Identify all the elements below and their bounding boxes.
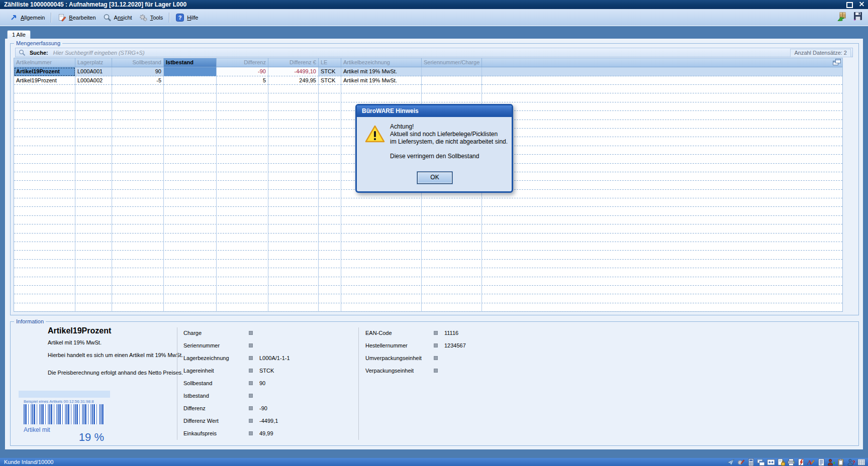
column-header-differenz[interactable]: Differenz — [217, 58, 268, 67]
empty-row — [14, 260, 842, 268]
menu-tools[interactable]: Tools — [136, 12, 167, 23]
info-field-label: Lagerbezeichnung — [183, 355, 249, 361]
record-count: Anzahl Datensätze: 2 — [790, 49, 851, 57]
empty-row — [14, 224, 842, 233]
send-icon[interactable] — [727, 458, 735, 466]
menu-allgemein[interactable]: Allgemein — [6, 12, 48, 23]
cell-seriennummer_charge[interactable] — [422, 76, 482, 85]
bullet-icon — [249, 406, 253, 410]
info-field: LagereinheitSTCK — [183, 364, 290, 377]
menu-separator — [169, 13, 170, 23]
resize-icon[interactable] — [767, 458, 775, 466]
search-input[interactable]: Hier Suchbegriff eingeben (STRG+S) — [53, 50, 145, 56]
dialog-body: Achtung!Aktuell sind noch Lieferbelege/P… — [357, 117, 512, 191]
info-field: Einkaufspreis49,99 — [183, 427, 290, 439]
column-header-le[interactable]: LE — [319, 58, 341, 67]
info-field-value: 11116 — [444, 330, 458, 336]
info-field: Charge — [183, 326, 290, 339]
info-field: Verpackungseinheit — [365, 364, 466, 377]
ok-button[interactable]: OK — [417, 172, 452, 184]
info-field: Differenz Wert-4499,1 — [183, 414, 290, 427]
search-bar[interactable]: Suche: Hier Suchbegriff eingeben (STRG+S… — [15, 48, 853, 57]
calculator-icon[interactable] — [747, 458, 755, 466]
cell-le[interactable]: STCK — [319, 76, 341, 85]
cell-lagerplatz[interactable]: L000A002 — [75, 76, 112, 85]
column-options-icon[interactable] — [833, 59, 841, 66]
restore-button[interactable] — [846, 2, 853, 8]
svg-text:?: ? — [852, 459, 855, 465]
column-header-differenz_euro[interactable]: Differenz € — [268, 58, 319, 67]
print-icon[interactable] — [787, 458, 795, 466]
table-row[interactable]: Artikel19ProzentL000A00190-90-4499,10STC… — [14, 67, 842, 76]
info-field-value: -90 — [259, 405, 267, 411]
search-label: Suche: — [30, 50, 48, 56]
cell-istbestand[interactable] — [164, 67, 217, 76]
info-field: Hestellernummer1234567 — [365, 339, 466, 352]
dialog-message-line: im Liefersystem, die nicht abgearbeitet … — [390, 138, 508, 146]
cell-differenz_euro[interactable]: -4499,10 — [268, 67, 319, 76]
menu-label: Allgemein — [21, 15, 45, 21]
cell-le[interactable]: STCK — [319, 67, 341, 76]
hilfe-icon: ? — [176, 14, 184, 22]
menu-bearbeiten[interactable]: Bearbeiten — [54, 12, 99, 23]
cell-istbestand[interactable] — [164, 76, 217, 85]
save-icon[interactable] — [853, 11, 863, 21]
list-icon[interactable] — [817, 458, 825, 466]
bullet-icon — [434, 369, 438, 373]
cell-artikelnummer[interactable]: Artikel19Prozent — [14, 76, 75, 85]
info-field-value: -4499,1 — [259, 418, 278, 424]
cell-differenz[interactable]: -90 — [217, 67, 268, 76]
column-gridline — [341, 85, 341, 312]
user-sync-icon[interactable] — [827, 458, 835, 466]
empty-row — [14, 198, 842, 207]
clipboard-user-icon[interactable] — [837, 458, 845, 466]
column-header-istbestand[interactable]: Istbestand — [164, 58, 217, 67]
column-gridline — [268, 85, 268, 312]
menu-bar: AllgemeinBearbeitenAnsichtTools?Hilfe — [0, 9, 868, 26]
document-lock-icon[interactable] — [777, 458, 785, 466]
user-help-icon[interactable]: ? — [847, 458, 855, 466]
column-header-lagerplatz[interactable]: Lagerplatz — [75, 58, 112, 67]
window-titlebar[interactable]: Zählliste 1000000045 : Aufnahmetag [31.1… — [0, 0, 868, 9]
empty-row — [14, 234, 842, 242]
column-header-artikelbezeichnung[interactable]: Artikelbezeichnung — [341, 58, 422, 67]
close-button[interactable] — [858, 1, 865, 8]
cell-artikelnummer[interactable]: Artikel19Prozent — [14, 67, 75, 76]
font-edit-icon[interactable]: A — [807, 458, 815, 466]
search-icon — [19, 49, 26, 56]
article-description-1: Hierbei handelt es sich um einen Artikel… — [48, 352, 183, 358]
empty-row — [14, 268, 842, 277]
export-icon[interactable] — [837, 11, 847, 21]
dialog-message-line: Achtung! — [390, 123, 508, 131]
column-header-artikelnummer[interactable]: Artikelnummer — [14, 58, 75, 67]
function-icon[interactable] — [797, 458, 805, 466]
allgemein-icon — [10, 14, 18, 22]
menu-ansicht[interactable]: Ansicht — [100, 12, 136, 23]
column-header-sollbestand[interactable]: Sollbestand — [112, 58, 164, 67]
cell-differenz_euro[interactable]: 249,95 — [268, 76, 319, 85]
article-image-placeholder — [19, 391, 110, 398]
info-field-label: Differenz Wert — [183, 418, 249, 424]
column-header-seriennummer_charge[interactable]: Seriennummer/Charge — [422, 58, 482, 67]
cell-artikelbezeichnung[interactable]: Artikel mit 19% MwSt. — [341, 76, 422, 85]
settings-edit-icon[interactable] — [737, 458, 745, 466]
cell-lagerplatz[interactable]: L000A001 — [75, 67, 112, 76]
menu-label: Hilfe — [187, 15, 198, 21]
window-title: Zählliste 1000000045 : Aufnahmetag [31.1… — [0, 1, 186, 8]
info-field: Umverpackungseinheit — [365, 352, 466, 364]
info-field-label: Seriennummer — [183, 342, 249, 348]
tab-alle[interactable]: 1 Alle — [7, 30, 31, 39]
grid-icon[interactable] — [857, 458, 865, 466]
cell-differenz[interactable]: 5 — [217, 76, 268, 85]
cell-seriennummer_charge[interactable] — [422, 67, 482, 76]
cell-sollbestand[interactable]: -5 — [112, 76, 164, 85]
windows-icon[interactable] — [757, 458, 765, 466]
cell-sollbestand[interactable]: 90 — [112, 67, 164, 76]
bullet-icon — [249, 394, 253, 398]
cell-artikelbezeichnung[interactable]: Artikel mit 19% MwSt. — [341, 67, 422, 76]
table-row[interactable]: Artikel19ProzentL000A002-55249,95STCKArt… — [14, 76, 842, 85]
menu-hilfe[interactable]: ?Hilfe — [172, 12, 202, 23]
tools-icon — [139, 14, 148, 22]
dialog-titlebar[interactable]: BüroWARE Hinweis — [357, 105, 512, 117]
info-field: Seriennummer — [183, 339, 290, 352]
